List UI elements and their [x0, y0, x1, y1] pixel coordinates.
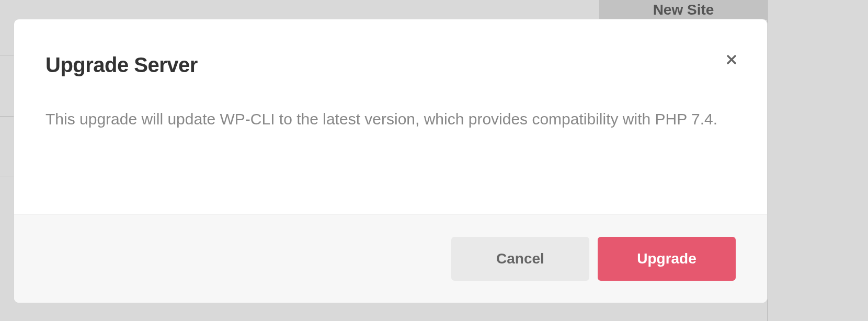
bg-divider — [0, 177, 14, 177]
bg-divider — [0, 55, 14, 55]
modal-body: Upgrade Server This upgrade will update … — [14, 19, 767, 214]
close-button[interactable] — [723, 51, 740, 68]
close-icon — [725, 53, 738, 66]
upgrade-button[interactable]: Upgrade — [598, 237, 736, 281]
modal-header: Upgrade Server — [45, 53, 736, 77]
modal-title: Upgrade Server — [45, 53, 198, 77]
modal-footer: Cancel Upgrade — [14, 214, 767, 303]
bg-divider — [0, 116, 14, 117]
new-site-label: New Site — [653, 2, 714, 18]
modal-description: This upgrade will update WP-CLI to the l… — [45, 108, 736, 130]
new-site-button[interactable]: New Site — [599, 0, 768, 20]
upgrade-server-modal: Upgrade Server This upgrade will update … — [14, 19, 768, 303]
cancel-button[interactable]: Cancel — [451, 237, 589, 281]
